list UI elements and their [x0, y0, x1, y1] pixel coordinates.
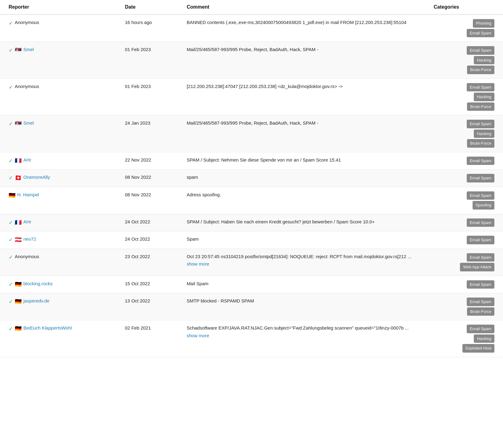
badge-list: Email SpamHackingExploited Host	[434, 325, 494, 353]
categories-cell: Email SpamHackingExploited Host	[428, 320, 503, 357]
reporter-cell: ✓🇷🇸Smel	[0, 115, 119, 152]
categories-cell: Email SpamBrute-Force	[428, 293, 503, 320]
table-row: ✓Anonymous16 hours agoBANNED contents (.…	[0, 14, 503, 42]
badge-list: Email SpamHackingBrute-Force	[434, 120, 494, 148]
reporter-wrapper: ✓🇷🇸Smel	[9, 46, 114, 54]
badge-list: Email SpamBrute-Force	[434, 298, 494, 316]
show-more-link[interactable]: show more	[187, 261, 422, 268]
comment-text: Adress spoofing.	[187, 192, 221, 197]
reports-table: Reporter Date Comment Categories ✓Anonym…	[0, 0, 503, 357]
categories-cell: PhishingEmail Spam	[428, 14, 503, 42]
categories-cell: Email Spam	[428, 231, 503, 249]
comment-cell: BANNED contents (.exe,.exe-ms,3024000750…	[181, 14, 428, 42]
reporter-link[interactable]: BeiEuch KlappertsWohl	[23, 325, 72, 332]
table-row: ✓🇫🇷AHr24 Oct 2022SPAM / Subject: Haben S…	[0, 214, 503, 231]
comment-cell: Mail/25/465/587-993/995 Probe, Reject, B…	[181, 42, 428, 79]
reporter-name: Anonymous	[15, 253, 39, 260]
categories-cell: Email SpamSpoofing	[428, 187, 503, 214]
col-header-date: Date	[119, 0, 181, 14]
comment-cell: SPAM / Subject: Haben Sie nach einem Kre…	[181, 214, 428, 231]
categories-cell: Email Spam	[428, 214, 503, 231]
table-row: ✓🇫🇷AHr22 Nov 2022SPAM / Subject: Nehmen …	[0, 152, 503, 170]
comment-text: [212.200.253.238]:47047 [212.200.253.238…	[187, 84, 343, 89]
reporter-link[interactable]: AHr	[23, 218, 31, 226]
reporter-link[interactable]: neo72	[23, 236, 36, 243]
date-cell: 01 Feb 2023	[119, 78, 181, 115]
flag-icon: 🇩🇪	[9, 191, 15, 200]
category-badge: Brute-Force	[467, 66, 494, 74]
comment-cell: SMTP blocked - RSPAMD SPAM	[181, 293, 428, 320]
reporter-link[interactable]: blocking.rocks	[23, 280, 53, 287]
reporter-wrapper: ✓Anonymous	[9, 19, 114, 27]
category-badge: Phishing	[473, 19, 494, 28]
badge-list: PhishingEmail Spam	[434, 19, 494, 37]
reporter-wrapper: ✓🇨🇭OnemoreAlly	[9, 174, 114, 182]
reporter-cell: ✓🇫🇷AHr	[0, 214, 119, 231]
table-body: ✓Anonymous16 hours agoBANNED contents (.…	[0, 14, 503, 357]
col-header-comment: Comment	[181, 0, 428, 14]
show-more-link[interactable]: show more	[187, 332, 422, 339]
reporter-link[interactable]: Smel	[23, 120, 34, 127]
category-badge: Email Spam	[467, 298, 494, 306]
reporter-cell: ✓🇷🇸Smel	[0, 42, 119, 79]
reporter-cell: ✓🇦🇹neo72	[0, 231, 119, 249]
category-badge: Hacking	[474, 334, 494, 343]
categories-cell: Email SpamHackingBrute-Force	[428, 78, 503, 115]
checkmark-icon: ✓	[9, 157, 13, 165]
comment-cell: Schadsoftware EXP/JAVA.RAT.NJAC.Gen subj…	[181, 320, 428, 357]
comment-cell: [212.200.253.238]:47047 [212.200.253.238…	[181, 78, 428, 115]
comment-text: SPAM / Subject: Nehmen Sie diese Spende …	[187, 157, 341, 162]
table-header: Reporter Date Comment Categories	[0, 0, 503, 14]
table-row: ✓🇷🇸Smel24 Jan 2023Mail/25/465/587-993/99…	[0, 115, 503, 152]
category-badge: Spoofing	[473, 201, 494, 210]
table-row: ✓🇷🇸Smel01 Feb 2023Mail/25/465/587-993/99…	[0, 42, 503, 79]
categories-cell: Email Spam	[428, 276, 503, 293]
reporter-link[interactable]: OnemoreAlly	[23, 174, 50, 181]
category-badge: Email Spam	[467, 29, 494, 38]
comment-text: Mail Spam	[187, 281, 208, 286]
comment-text: BANNED contents (.exe,.exe-ms,3024000750…	[187, 20, 406, 25]
reporter-wrapper: ✓🇩🇪blocking.rocks	[9, 280, 114, 289]
category-badge: Email Spam	[467, 280, 494, 289]
table-row: ✓Anonymous23 Oct 2022Oct 23 20:57:45 ns3…	[0, 249, 503, 276]
date-cell: 02 Feb 2021	[119, 320, 181, 357]
date-cell: 08 Nov 2022	[119, 187, 181, 214]
flag-icon: 🇦🇹	[15, 236, 22, 244]
flag-icon: 🇩🇪	[15, 298, 22, 306]
comment-text: Oct 23 20:57:45 ns3104219 postfix/smtpd[…	[187, 254, 411, 259]
reporter-wrapper: ✓🇫🇷AHr	[9, 218, 114, 227]
category-badge: Email Spam	[467, 236, 494, 244]
reporter-wrapper: ✓🇷🇸Smel	[9, 120, 114, 128]
badge-list: Email SpamHackingBrute-Force	[434, 46, 494, 74]
reporter-wrapper: ✓Anonymous	[9, 253, 114, 262]
date-cell: 08 Nov 2022	[119, 170, 181, 187]
category-badge: Email Spam	[467, 191, 494, 200]
reporter-wrapper: ✓Anonymous	[9, 83, 114, 91]
reporter-link[interactable]: Smel	[23, 46, 34, 53]
reporter-link[interactable]: H. Hampel	[17, 191, 39, 198]
checkmark-icon: ✓	[9, 46, 13, 54]
badge-list: Email Spam	[434, 174, 494, 182]
comment-text: Schadsoftware EXP/JAVA.RAT.NJAC.Gen subj…	[187, 325, 409, 330]
categories-cell: Email SpamWeb App Attack	[428, 249, 503, 276]
badge-list: Email SpamHackingBrute-Force	[434, 83, 494, 111]
comment-cell: spam	[181, 170, 428, 187]
comment-cell: Mail Spam	[181, 276, 428, 293]
date-cell: 23 Oct 2022	[119, 249, 181, 276]
comment-cell: Oct 23 20:57:45 ns3104219 postfix/smtpd[…	[181, 249, 428, 276]
reporter-cell: ✓🇩🇪blocking.rocks	[0, 276, 119, 293]
category-badge: Email Spam	[467, 253, 494, 262]
flag-icon: 🇫🇷	[15, 157, 22, 165]
reporter-cell: ✓Anonymous	[0, 14, 119, 42]
category-badge: Email Spam	[467, 157, 494, 165]
reporter-cell: ✓🇨🇭OnemoreAlly	[0, 170, 119, 187]
comment-text: Mail/25/465/587-993/995 Probe, Reject, B…	[187, 120, 318, 126]
reporter-link[interactable]: jasperedv.de	[23, 298, 50, 305]
flag-icon: 🇷🇸	[15, 120, 22, 128]
date-cell: 24 Jan 2023	[119, 115, 181, 152]
category-badge: Exploited Host	[462, 344, 494, 353]
badge-list: Email Spam	[434, 236, 494, 244]
reporter-link[interactable]: AHr	[23, 157, 31, 164]
reporter-cell: ✓🇩🇪jasperedv.de	[0, 293, 119, 320]
comment-cell: Adress spoofing.	[181, 187, 428, 214]
